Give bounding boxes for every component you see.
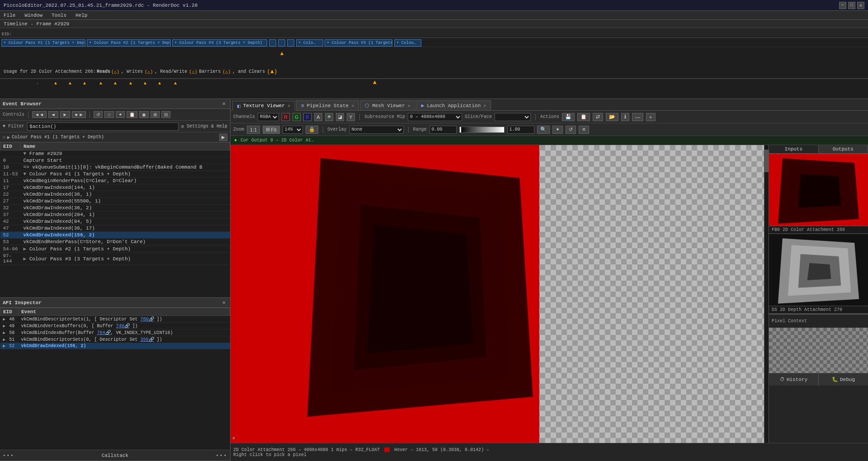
pass-bar-5[interactable]: + Colour Pass #5 (1 Targets) xyxy=(325,39,392,47)
minimize-button[interactable]: ─ xyxy=(839,2,846,9)
tab-texture-viewer[interactable]: ◧ Texture Viewer ✕ xyxy=(232,101,295,111)
api-table-row[interactable]: ▶ 50vkCmdBindIndexBuffer(Buffer 764🔗, VK… xyxy=(0,329,230,336)
range-min-handle[interactable] xyxy=(460,127,461,132)
ctrl-extra1[interactable]: ⊞ xyxy=(151,111,160,118)
action-copy-btn[interactable]: 📋 xyxy=(577,113,590,121)
ctrl-highlight[interactable]: ✦ xyxy=(116,111,125,118)
event-table-row[interactable]: 37 vkCmdDrawIndexed(204, 1) xyxy=(0,212,230,218)
event-table-row[interactable]: 54-96 ▶ Colour Pass #2 (1 Targets + Dept… xyxy=(0,245,230,253)
event-table-row[interactable]: 32 vkCmdDrawIndexed(36, 2) xyxy=(0,205,230,212)
range-wand-btn[interactable]: ✦ xyxy=(552,126,563,134)
range-zoom-btn[interactable]: 🔍 xyxy=(537,126,550,134)
event-table-row[interactable]: 42 vkCmdDrawIndexed(84, 5) xyxy=(0,218,230,225)
pass-bar-2[interactable]: + Colour Pass #2 (1 Targets + Depth) xyxy=(87,39,171,47)
mesh-tab-close[interactable]: ✕ xyxy=(408,103,410,108)
action-open-btn[interactable]: 📂 xyxy=(606,113,618,121)
callstack-dots-right[interactable]: ••• xyxy=(216,453,227,458)
mip-select[interactable]: 0 – 4096x4096 xyxy=(408,113,462,121)
ctrl-record[interactable]: ◉ xyxy=(139,111,149,118)
event-table-row[interactable]: 11 vkCmdBeginRenderPass(C=Clear, D=Clear… xyxy=(0,178,230,184)
pass-dot-2[interactable] xyxy=(278,39,285,47)
range-max-input[interactable] xyxy=(507,126,534,134)
channel-g-btn[interactable]: G xyxy=(292,113,301,121)
sidebar-tab-inputs[interactable]: Inputs xyxy=(769,145,819,153)
pass-bar-3[interactable]: + Colour Pass #3 (3 Targets + Depth) xyxy=(172,39,267,47)
channel-y-btn[interactable]: Y xyxy=(347,113,355,121)
tab-launch-application[interactable]: ▶ Launch Application ✕ xyxy=(416,100,491,110)
event-table-row[interactable]: 52 vkCmdDrawIndexed(156, 2) xyxy=(0,232,230,239)
callstack-dots-left[interactable]: ••• xyxy=(3,453,14,458)
api-table-row[interactable]: ▶ 49vkCmdBindVertexBuffers(0, [ Buffer 7… xyxy=(0,323,230,329)
channels-select[interactable]: RGBA xyxy=(258,113,279,121)
api-table-row[interactable]: ▶ 48vkCmdBindDescriptorSets(1, [ Descrip… xyxy=(0,316,230,323)
ctrl-bookmark[interactable]: ☆ xyxy=(104,111,114,118)
api-table-row[interactable]: ▶ 52vkCmdDrawIndexed(156, 2) xyxy=(0,343,230,349)
range-max-handle[interactable] xyxy=(503,127,504,132)
debug-btn[interactable]: 🐛 Debug xyxy=(819,373,868,386)
event-table[interactable]: EID Name ▼ Frame #29290 Capture Start10 … xyxy=(0,142,230,297)
pipeline-tab-close[interactable]: ✕ xyxy=(351,103,354,108)
event-table-row[interactable]: 17 vkCmdDrawIndexed(144, 1) xyxy=(0,184,230,191)
range-reset-btn[interactable]: ↺ xyxy=(566,126,576,134)
channel-b-btn[interactable]: B xyxy=(303,113,311,121)
ctrl-last[interactable]: ►► xyxy=(72,111,86,118)
texture-vscrollbar[interactable] xyxy=(764,145,769,443)
ctrl-refresh[interactable]: ↺ xyxy=(94,111,103,118)
ctrl-prev[interactable]: ◄ xyxy=(48,111,58,118)
history-btn[interactable]: ⏱ History xyxy=(769,373,819,386)
event-table-row[interactable]: 0 Capture Start xyxy=(0,157,230,164)
sidebar-tab-outputs[interactable]: Outputs xyxy=(819,145,868,153)
action-zoom-out-btn[interactable]: — xyxy=(632,113,643,121)
zoom-lock-btn[interactable]: 🔒 xyxy=(306,126,318,134)
channel-r-btn[interactable]: R xyxy=(282,113,290,121)
filter-input[interactable] xyxy=(27,122,179,131)
channel-hdr-btn[interactable]: ☀ xyxy=(325,113,333,121)
overlay-select[interactable]: None Drawcall Wireframe Depth Test Stenc… xyxy=(349,126,404,134)
channel-a-btn[interactable]: A xyxy=(314,113,322,121)
menu-file[interactable]: File xyxy=(2,13,17,18)
texture-viewer-tab-close[interactable]: ✕ xyxy=(288,103,290,108)
close-button[interactable]: ✕ xyxy=(857,2,864,9)
texture-viewport[interactable]: ▼ xyxy=(231,145,769,443)
api-inspector-close[interactable]: ✕ xyxy=(221,299,227,306)
zoom-11-btn[interactable]: 1:1 xyxy=(247,126,260,134)
event-table-row[interactable]: ▼ Frame #2929 xyxy=(0,151,230,157)
channel-alpha-bg-btn[interactable]: ◪ xyxy=(336,113,344,121)
pass-dot-1[interactable] xyxy=(269,39,276,47)
settings-help-link[interactable]: Settings & Help xyxy=(187,124,227,129)
action-zoom-in-btn[interactable]: + xyxy=(646,113,655,121)
menu-help[interactable]: Help xyxy=(74,13,89,18)
timeline-passes[interactable]: + Colour Pass #1 (1 Targets + Depth) + C… xyxy=(0,38,868,47)
range-slider[interactable] xyxy=(459,127,505,133)
slice-face-select[interactable] xyxy=(495,113,531,121)
range-min-input[interactable] xyxy=(429,126,457,134)
breadcrumb-action-btn[interactable]: ▶ xyxy=(219,134,227,141)
zoom-pct-select[interactable]: 14% xyxy=(283,126,303,134)
menu-window[interactable]: Window xyxy=(23,13,44,18)
action-flip-btn[interactable]: ⇄ xyxy=(593,113,603,121)
maximize-button[interactable]: □ xyxy=(848,2,855,9)
event-table-row[interactable]: 97-144 ▶ Colour Pass #3 (3 Targets + Dep… xyxy=(0,253,230,265)
event-table-row[interactable]: 10 => vkQueueSubmit(1)[0]: vkBeginComman… xyxy=(0,164,230,171)
event-table-row[interactable]: 47 vkCmdDrawIndexed(36, 17) xyxy=(0,225,230,232)
ctrl-extra2[interactable]: ⊟ xyxy=(161,111,170,118)
event-table-row[interactable]: 53 vkCmdEndRenderPass(C=Store, D=Don't C… xyxy=(0,239,230,245)
ctrl-copy[interactable]: 📋 xyxy=(127,111,137,118)
pass-bar-1[interactable]: + Colour Pass #1 (1 Targets + Depth) xyxy=(1,39,85,47)
tab-pipeline-state[interactable]: ⚙ Pipeline State ✕ xyxy=(296,100,359,110)
api-table-row[interactable]: ▶ 51vkCmdBindDescriptorSets(0, [ Descrip… xyxy=(0,336,230,343)
thumbnail-ds[interactable]: DS 2D Depth Attachment 270 xyxy=(769,234,868,314)
ctrl-next[interactable]: ► xyxy=(60,111,70,118)
event-table-row[interactable]: 11-53 ▼ Colour Pass #1 (1 Targets + Dept… xyxy=(0,171,230,178)
event-table-row[interactable]: 27 vkCmdDrawIndexed(55500, 1) xyxy=(0,198,230,205)
thumbnail-fb0[interactable]: FB0 2D Color Attachment 266 xyxy=(769,154,868,234)
ctrl-first[interactable]: ◄◄ xyxy=(32,111,47,118)
action-save-btn[interactable]: 💾 xyxy=(562,113,575,121)
texture-scroll-thumb[interactable] xyxy=(764,150,769,172)
event-browser-close[interactable]: ✕ xyxy=(221,100,227,107)
api-table[interactable]: EID Event ▶ 48vkCmdBindDescriptorSets(1,… xyxy=(0,308,230,450)
action-info-btn[interactable]: ℹ xyxy=(621,113,629,121)
event-table-row[interactable]: 22 vkCmdDrawIndexed(36, 1) xyxy=(0,191,230,198)
pass-bar-4[interactable]: + Colo… xyxy=(296,39,323,47)
tab-mesh-viewer[interactable]: ⬡ Mesh Viewer ✕ xyxy=(360,100,415,110)
